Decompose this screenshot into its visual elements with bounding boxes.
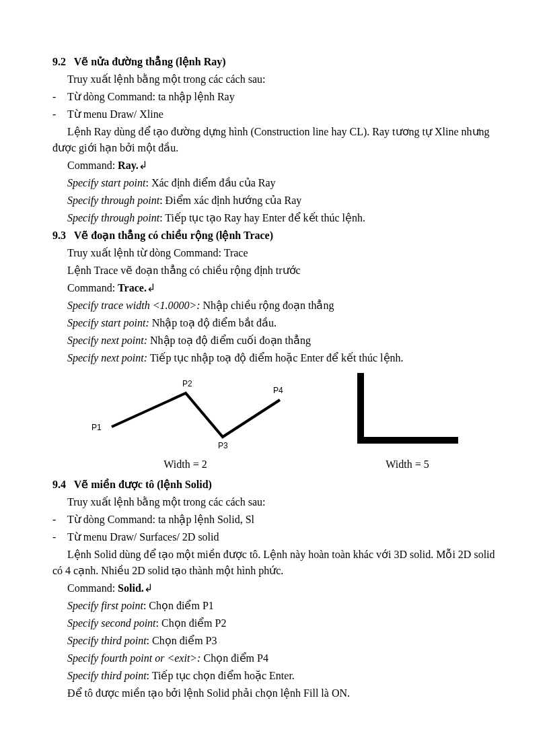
command-label: Command: (67, 282, 118, 294)
prompt-desc: Chọn điểm P4 (200, 652, 268, 664)
command-line: Command: Solid.↲ (52, 580, 497, 596)
prompt-desc: : Chọn điểm P1 (143, 600, 214, 611)
prompt-desc: Nhập chiều rộng đoạn thẳng (200, 300, 334, 311)
prompt-keyword: Specify third point (67, 670, 147, 681)
prompt-line: Specify through point: Tiếp tục tạo Ray … (52, 210, 497, 226)
list-item: - Từ menu Draw/ Surfaces/ 2D solid (52, 529, 497, 545)
list-item: - Từ dòng Command: ta nhập lệnh Solid, S… (52, 512, 497, 528)
heading-text: Vẽ miền được tô (lệnh Solid) (74, 479, 212, 490)
list-item: - Từ menu Draw/ Xline (52, 106, 497, 123)
prompt-desc: : Xác định điểm đầu của Ray (145, 177, 275, 188)
point-label: P2 (182, 379, 192, 388)
prompt-line: Specify fourth point or <exit>: Chọn điể… (52, 650, 497, 666)
list-item-text: Từ dòng Command: ta nhập lệnh Ray (67, 89, 235, 105)
bullet-icon: - (52, 529, 67, 545)
prompt-keyword: Specify trace width <1.0000>: (67, 300, 200, 311)
command-line: Command: Trace.↲ (52, 280, 497, 296)
para: Truy xuất lệnh bằng một trong các cách s… (52, 494, 497, 510)
list-item-text: Từ menu Draw/ Surfaces/ 2D solid (67, 529, 219, 545)
para: Truy xuất lệnh từ dòng Command: Trace (52, 245, 497, 261)
prompt-keyword: Specify second point (67, 617, 156, 629)
para: Lệnh Trace vẽ đoạn thẳng có chiều rộng đ… (52, 263, 497, 279)
list-item-text: Từ dòng Command: ta nhập lệnh Solid, Sl (67, 512, 254, 528)
prompt-desc: : Chọn điểm P3 (147, 635, 217, 646)
heading-9-3: 9.3 Vẽ đoạn thẳng có chiều rộng (lệnh Tr… (52, 228, 497, 244)
prompt-line: Specify start point: Xác định điểm đầu c… (52, 175, 497, 191)
heading-num: 9.2 (52, 56, 66, 67)
point-label: P3 (218, 441, 228, 450)
command-line: Command: Ray.↲ (52, 158, 497, 174)
prompt-line: Specify second point: Chọn điểm P2 (52, 615, 497, 631)
command-value: Solid. (118, 582, 144, 594)
point-label: P1 (92, 423, 102, 432)
enter-icon: ↲ (147, 282, 155, 294)
prompt-desc: Nhập toạ độ điểm bắt đầu. (149, 317, 277, 329)
figure-caption: Width = 2 (85, 456, 287, 473)
heading-text: Vẽ đoạn thẳng có chiều rộng (lệnh Trace) (74, 230, 273, 241)
enter-icon: ↲ (139, 160, 147, 171)
para: Truy xuất lệnh bằng một trong các cách s… (52, 71, 497, 88)
prompt-keyword: Specify first point (67, 600, 143, 611)
list-item: - Từ dòng Command: ta nhập lệnh Ray (52, 89, 497, 105)
figure-row: P1 P2 P3 P4 Width = 2 Width = 5 (52, 373, 497, 473)
prompt-line: Specify next point: Nhập toạ độ điểm cuố… (52, 333, 497, 349)
polyline-diagram-icon: P1 P2 P3 P4 (85, 373, 287, 454)
prompt-line: Specify next point: Tiếp tục nhập toạ độ… (52, 350, 497, 366)
prompt-desc: : Điểm xác định hướng của Ray (159, 195, 301, 206)
para: Lệnh Solid dùng để tạo một miền được tô.… (52, 547, 497, 579)
heading-num: 9.4 (52, 479, 66, 490)
prompt-desc: : Tiếp tục tạo Ray hay Enter để kết thúc… (159, 212, 365, 224)
bullet-icon: - (52, 512, 67, 528)
prompt-line: Specify through point: Điểm xác định hướ… (52, 193, 497, 209)
prompt-line: Specify first point: Chọn điểm P1 (52, 598, 497, 614)
enter-icon: ↲ (144, 582, 153, 594)
heading-num: 9.3 (52, 230, 66, 241)
prompt-line: Specify third point: Chọn điểm P3 (52, 633, 497, 649)
prompt-keyword: Specify through point (67, 212, 159, 224)
para: Lệnh Ray dùng để tạo đường dựng hình (Co… (52, 124, 497, 156)
list-item-text: Từ menu Draw/ Xline (67, 106, 163, 123)
bullet-icon: - (52, 89, 67, 105)
bullet-icon: - (52, 106, 67, 123)
prompt-desc: Nhập toạ độ điểm cuối đoạn thẳng (147, 335, 311, 346)
heading-9-2: 9.2 Vẽ nửa đường thẳng (lệnh Ray) (52, 54, 497, 70)
angle-diagram-icon (351, 373, 465, 454)
prompt-keyword: Specify start point (67, 177, 145, 188)
heading-text: Vẽ nửa đường thẳng (lệnh Ray) (74, 56, 226, 67)
prompt-keyword: Specify start point: (67, 317, 149, 329)
prompt-keyword: Specify next point: (67, 335, 147, 346)
prompt-desc: : Tiếp tục chọn điểm hoặc Enter. (147, 670, 295, 681)
figure-width-5: Width = 5 (351, 373, 465, 473)
prompt-line: Specify start point: Nhập toạ độ điểm bắ… (52, 315, 497, 331)
command-value: Trace. (118, 282, 147, 294)
heading-9-4: 9.4 Vẽ miền được tô (lệnh Solid) (52, 477, 497, 493)
para: Để tô được miền tạo bởi lệnh Solid phải … (52, 685, 497, 701)
command-label: Command: (67, 160, 118, 171)
prompt-keyword: Specify next point: (67, 352, 147, 364)
command-label: Command: (67, 582, 118, 594)
prompt-keyword: Specify through point (67, 195, 159, 206)
prompt-desc: Tiếp tục nhập toạ độ điểm hoặc Enter để … (147, 352, 403, 364)
figure-width-2: P1 P2 P3 P4 Width = 2 (85, 373, 287, 473)
prompt-keyword: Specify third point (67, 635, 147, 646)
prompt-line: Specify third point: Tiếp tục chọn điểm … (52, 668, 497, 684)
prompt-line: Specify trace width <1.0000>: Nhập chiều… (52, 298, 497, 314)
command-value: Ray. (118, 160, 139, 171)
prompt-keyword: Specify fourth point or <exit>: (67, 652, 200, 664)
prompt-desc: : Chọn điểm P2 (156, 617, 227, 629)
figure-caption: Width = 5 (351, 456, 465, 473)
point-label: P4 (273, 386, 283, 395)
